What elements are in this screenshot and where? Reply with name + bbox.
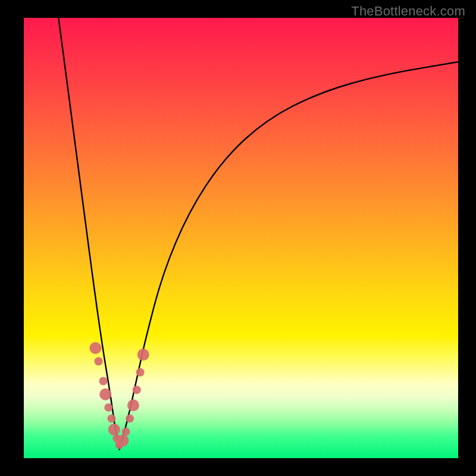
dots-group [89,342,149,449]
data-point [95,357,103,365]
data-point [108,424,120,436]
curve-curve-left [58,18,119,449]
data-point [136,368,145,377]
data-point [127,399,139,411]
data-point [133,386,141,394]
data-point [122,428,130,436]
chart-svg [24,18,458,458]
watermark-text: TheBottleneck.com [351,4,465,19]
plot-area [24,18,458,458]
chart-frame: TheBottleneck.com [0,0,476,476]
data-point [107,414,115,422]
data-point [104,403,112,412]
curve-group [58,18,458,449]
data-point [137,349,149,361]
data-point [99,377,108,386]
data-point [89,342,101,354]
curve-curve-right [120,62,458,449]
data-point [117,434,129,446]
data-point [99,389,111,400]
data-point [126,414,134,422]
